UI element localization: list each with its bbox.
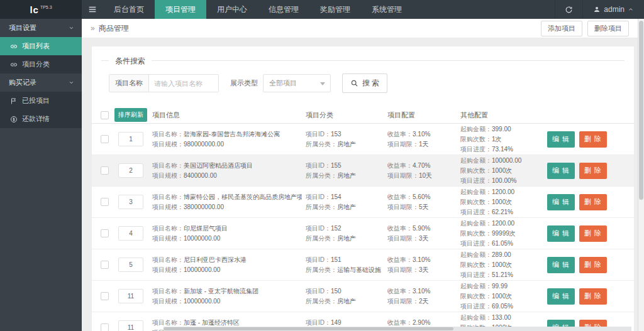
search-button-label: 搜 索 [362,78,379,89]
delete-button[interactable]: 删 除 [579,163,607,179]
table-row: 项目名称：印尼煤层气项目 项目规模：10000000.00 项目ID：152 所… [92,218,634,249]
app-window: lc TP5.3 后台首页 项目管理 用户中心 信息管理 奖励管理 系统管理 a… [0,0,644,331]
select-all-checkbox[interactable] [101,111,109,119]
project-name-label: 项目名称 [109,75,149,92]
cell-other-config: 起购金额：1200.00 限购次数：1000次 项目进度：62.21% [460,187,543,217]
sort-order-input[interactable] [118,289,143,303]
nav-item-dashboard[interactable]: 后台首页 [103,0,155,19]
user-menu[interactable]: admin [582,0,644,19]
edit-button[interactable]: 编 辑 [547,131,575,148]
row-checkbox[interactable] [101,292,109,300]
sidebar-group-label: 购买记录 [9,78,36,87]
link-icon [10,43,18,50]
table-row: 项目名称：新加坡 - 亚太宇航物流集团 项目规模：10000000.00 项目I… [92,281,634,312]
nav-item-info-management[interactable]: 信息管理 [258,0,309,19]
project-name-input[interactable] [149,75,218,92]
vertical-scrollbar-thumb[interactable] [639,21,643,200]
main-menu: 后台首页 项目管理 用户中心 信息管理 奖励管理 系统管理 [103,0,413,19]
cell-project-category: 项目ID：154 所属分类：房地产 [306,192,384,212]
search-form: 项目名称 展示类型 全部项目 搜 索 [109,73,634,93]
edit-button[interactable]: 编 辑 [547,163,575,179]
sidebar-item-repayment-details[interactable]: 还款详情 [0,110,82,128]
sidebar-group-project-settings[interactable]: 项目设置 [0,19,82,37]
cell-actions: 编 辑 删 除 [547,131,607,148]
sidebar-group-purchase-records[interactable]: 购买记录 [0,73,82,92]
sidebar-item-label: 项目分类 [22,60,50,69]
search-button[interactable]: 搜 索 [342,73,387,93]
sort-order-input[interactable] [118,320,143,331]
cell-actions: 编 辑 删 除 [547,163,607,179]
horizontal-scrollbar[interactable] [164,327,631,331]
user-icon [593,6,601,13]
cell-project-info: 项目名称：新加坡 - 亚太宇航物流集团 项目规模：10000000.00 [152,286,302,307]
sort-order-input[interactable] [118,258,143,272]
table-body: 项目名称：碧海家园-泰国普吉岛邦涛海滩公寓 项目规模：980000000.00 … [92,124,634,331]
refresh-icon[interactable] [555,0,582,19]
cell-other-config: 起购金额：100000.00 限购次数：1000次 项目进度：100.00% [460,156,543,186]
delete-button[interactable]: 删 除 [579,194,607,210]
sort-refresh-button[interactable]: 排序刷新 [114,108,147,122]
delete-button[interactable]: 删 除 [579,131,607,148]
cell-project-category: 项目ID：150 所属分类：房地产 [306,286,384,307]
sidebar-item-project-category[interactable]: 项目分类 [0,55,82,73]
cell-project-category: 项目ID：152 所属分类：房地产 [306,224,384,244]
logo-version: TP5.3 [40,5,52,9]
chevron-down-icon [69,80,74,85]
cell-project-config: 收益率：5.60% 项目期限：5天 [387,192,457,212]
row-checkbox[interactable] [101,261,109,269]
sidebar-item-project-list[interactable]: 项目列表 [0,37,82,55]
delete-button[interactable]: 删 除 [579,288,607,305]
table-row: 项目名称：碧海家园-泰国普吉岛邦涛海滩公寓 项目规模：980000000.00 … [92,124,634,155]
dropdown-arrow-icon [320,82,325,85]
sidebar-item-label: 项目列表 [22,41,50,51]
cell-project-category: 项目ID：155 所属分类：房地产 [306,161,384,181]
nav-item-project-management[interactable]: 项目管理 [155,0,206,19]
sidebar-item-invested-projects[interactable]: 已投项目 [0,92,82,110]
delete-button[interactable]: 删 除 [579,257,607,273]
table-row: 项目名称：博蒙特公园，移民圣基茨的高品质房地产项目 项目规模：380000000… [92,187,634,218]
cell-project-info: 项目名称：碧海家园-泰国普吉岛邦涛海滩公寓 项目规模：980000000.00 [152,129,302,149]
row-checkbox[interactable] [101,166,109,175]
row-checkbox[interactable] [101,198,109,206]
delete-button[interactable]: 删 除 [579,225,607,242]
edit-button[interactable]: 编 辑 [547,194,575,210]
page-title: 商品管理 [99,23,129,34]
delete-project-button[interactable]: 删除项目 [587,21,629,36]
cell-project-info: 项目名称：美国迈阿密精品酒店项目 项目规模：8400000.00 [152,161,302,181]
column-header-category: 项目分类 [306,111,384,120]
sort-order-input[interactable] [118,163,143,178]
page-toolbar: » 商品管理 添加项目 删除项目 [82,19,638,38]
sidebar-group-label: 项目设置 [9,23,36,33]
cell-project-config: 收益率：3.10% 项目期限：2天 [387,286,457,307]
nav-item-system-management[interactable]: 系统管理 [361,0,413,19]
hamburger-icon[interactable] [82,0,103,19]
display-type-select[interactable]: 全部项目 [263,74,331,92]
add-project-button[interactable]: 添加项目 [541,21,582,36]
app-logo[interactable]: lc TP5.3 [0,0,82,19]
vertical-scrollbar[interactable] [638,19,644,331]
navbar-right: admin [555,0,644,19]
search-legend: 条件搜索 [109,56,152,67]
nav-item-reward-management[interactable]: 奖励管理 [309,0,361,19]
username: admin [604,5,625,14]
top-navbar: lc TP5.3 后台首页 项目管理 用户中心 信息管理 奖励管理 系统管理 a… [0,0,644,19]
project-name-group: 项目名称 [109,74,219,92]
table-header: 排序刷新 项目信息 项目分类 项目配置 其他配置 [92,107,634,124]
edit-button[interactable]: 编 辑 [547,257,575,273]
search-icon [350,79,358,87]
cell-project-config: 收益率：5.90% 项目期限：3天 [387,224,457,244]
table-row: 项目名称：美国迈阿密精品酒店项目 项目规模：8400000.00 项目ID：15… [92,155,634,187]
row-checkbox[interactable] [101,323,109,331]
row-checkbox[interactable] [101,135,109,143]
nav-item-user-center[interactable]: 用户中心 [206,0,258,19]
cell-other-config: 起购金额：289.00 限购次数：1000次 项目进度：51.21% [460,250,543,280]
search-fieldset: 条件搜索 [101,60,625,61]
edit-button[interactable]: 编 辑 [547,288,575,305]
edit-button[interactable]: 编 辑 [547,225,575,242]
row-checkbox[interactable] [101,229,109,237]
horizontal-scrollbar-thumb[interactable] [164,327,453,330]
sort-order-input[interactable] [118,226,143,241]
flag-icon [10,97,18,105]
sort-order-input[interactable] [118,195,143,209]
sort-order-input[interactable] [118,132,143,146]
